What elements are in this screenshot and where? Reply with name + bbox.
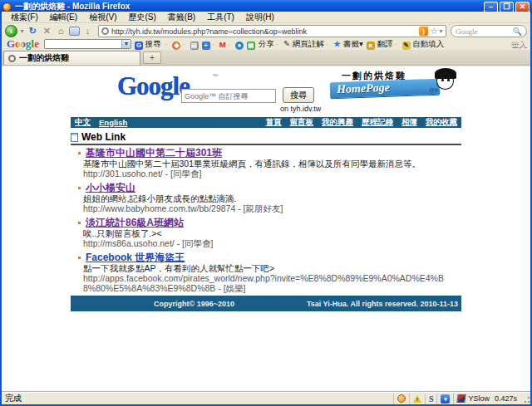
add-button-icon[interactable]: +· xyxy=(202,39,216,50)
maximize-button[interactable]: ❐ xyxy=(500,2,514,12)
toolbar-search-box[interactable]: Google 🔍 xyxy=(451,25,527,37)
site-favicon xyxy=(101,27,109,35)
reload-button[interactable]: ↻ xyxy=(27,25,39,37)
back-button[interactable]: ‹ xyxy=(5,25,17,37)
link-item: 小小楊安山 姐姐的網站,記錄小朋友成長的點點滴滴. http://www.bab… xyxy=(71,182,461,213)
warning-icon[interactable]: ! xyxy=(413,395,421,403)
new-tab-button[interactable]: + xyxy=(143,51,161,64)
search-button[interactable]: 搜尋 xyxy=(283,87,314,103)
nav-link-english[interactable]: English xyxy=(99,118,127,127)
autofill-button[interactable]: ✎ 自動填入 xyxy=(402,39,445,50)
smiley-addon-icon[interactable] xyxy=(397,394,406,403)
link-url: http://301.usoho.net/ - [同學會] xyxy=(83,169,449,179)
picasa-icon[interactable]: ▣ xyxy=(247,39,255,50)
minimize-button[interactable]: – xyxy=(484,2,498,12)
nav-link-interests[interactable]: 我的興趣 xyxy=(322,117,353,128)
page-load-time: 0.427s xyxy=(495,394,517,403)
search-site-note: on tyh.idv.tw xyxy=(280,105,321,113)
google-search-button[interactable]: G 搜尋 · xyxy=(135,39,169,50)
nav-link-collection[interactable]: 我的收藏 xyxy=(426,117,457,128)
close-button[interactable]: ✕ xyxy=(515,2,530,12)
url-input[interactable] xyxy=(111,27,417,36)
nav-link-guestbook[interactable]: 留言板 xyxy=(290,117,314,128)
tab-favicon xyxy=(8,55,16,62)
back-history-dropdown[interactable]: ▼ xyxy=(19,28,25,34)
feed-reader-icon[interactable] xyxy=(69,27,80,36)
bookmark-star-icon[interactable]: ☆ xyxy=(430,26,438,37)
link-url: http://www.babyhome.com.tw/bb/29874 - [親… xyxy=(83,203,449,213)
menu-item-view[interactable]: 檢視(V) xyxy=(83,12,122,23)
share-button[interactable]: 分享· xyxy=(259,39,280,50)
menu-item-bookmarks[interactable]: 書籤(B) xyxy=(162,12,201,23)
menu-item-file[interactable]: 檔案(F) xyxy=(5,12,44,23)
annotate-button[interactable]: ✎ 網頁註解· xyxy=(283,39,330,50)
banner-ribbon-text: HomePage xyxy=(330,79,441,97)
google-toolbar-search-input[interactable]: ▼ xyxy=(44,39,131,49)
url-bar[interactable]: ) ☆ ▼ xyxy=(98,25,446,37)
url-dropdown-icon[interactable]: ▼ xyxy=(438,28,444,34)
toolbar-search-placeholder: Google xyxy=(456,27,513,36)
link-desc: 基隆市中山國中第二十屆301畢業班級網頁，有通訊錄，相簿以及所有同學最新消息等。 xyxy=(83,159,461,169)
scrapbook-icon[interactable]: S xyxy=(429,394,434,404)
stop-button[interactable]: ✕ xyxy=(41,25,53,37)
chevron-down-icon[interactable]: ▼ xyxy=(121,40,131,48)
nav-link-chinese[interactable]: 中文 xyxy=(75,117,91,128)
link-desc: 點一下我就多點AP，有看到的人就幫忙點一下吧> xyxy=(83,263,461,273)
flashgot-icon[interactable]: ▾ xyxy=(441,394,450,404)
yslow-label[interactable]: YSlow xyxy=(468,394,490,403)
page-viewport: Google ™ 搜尋 on tyh.idv.tw 一劃的烘焙雞 HomePag… xyxy=(2,66,530,393)
rss-icon[interactable]: ) xyxy=(419,27,428,36)
tab-bar: 一劃的烘焙雞 + xyxy=(2,50,530,66)
google-g-icon: G xyxy=(135,42,143,50)
sites-icon[interactable]: ▤ xyxy=(190,39,199,50)
custom-search-input[interactable] xyxy=(181,89,276,103)
resize-grip[interactable] xyxy=(522,394,530,404)
status-bar: 完成 ! S ▾ YSlow 0.427s xyxy=(2,392,530,404)
mascot-face xyxy=(435,68,456,91)
link-title[interactable]: 基隆市中山國中第二十屆301班 xyxy=(86,147,222,159)
link-item: 淡江統計86級A班網站 唉..只剩留言板了.>< http://ms86a.us… xyxy=(71,217,461,248)
gmail-icon[interactable]: M· xyxy=(219,40,232,49)
bullet-icon xyxy=(78,187,81,189)
menu-item-tools[interactable]: 工具(T) xyxy=(201,12,240,23)
footer-copyright: Copyright© 1996~2010 xyxy=(154,300,234,308)
nav-link-history[interactable]: 歷程記錄 xyxy=(362,117,393,128)
tab-title: 一劃的烘焙雞 xyxy=(19,52,69,64)
menu-item-edit[interactable]: 編輯(E) xyxy=(44,12,83,23)
compass-icon[interactable]: ◈· xyxy=(172,39,186,50)
active-tab[interactable]: 一劃的烘焙雞 xyxy=(3,51,140,65)
weblink-list: 基隆市中山國中第二十屆301班 基隆市中山國中第二十屆301畢業班級網頁，有通訊… xyxy=(71,147,461,296)
link-title[interactable]: Facebook 世界海盜王 xyxy=(86,252,185,263)
firefox-icon xyxy=(2,2,12,12)
yslow-icon[interactable] xyxy=(457,394,466,403)
link-url: http://ms86a.usoho.net/ - [同學會] xyxy=(83,238,449,248)
section-title: Web Link xyxy=(81,131,126,143)
bullet-icon xyxy=(78,222,81,224)
homepage-banner: 一劃的烘焙雞 HomePage zyu xyxy=(330,70,461,103)
menu-item-help[interactable]: 說明(H) xyxy=(240,12,280,23)
section-divider xyxy=(71,144,461,145)
weblink-section-header: Web Link xyxy=(71,131,126,143)
translate-button[interactable]: a 翻譯· xyxy=(367,39,399,50)
navigation-toolbar: ‹ ▼ ↻ ✕ ⌂ ↓ ) ☆ ▼ Google 🔍 xyxy=(2,24,530,38)
link-desc: 唉..只剩留言板了.>< xyxy=(83,228,461,238)
home-button[interactable]: ⌂ xyxy=(55,25,67,37)
link-title[interactable]: 淡江統計86級A班網站 xyxy=(86,217,184,228)
menu-item-history[interactable]: 歷史(S) xyxy=(122,12,161,23)
search-magnifier-icon[interactable]: 🔍 xyxy=(513,27,522,36)
google-toolbar: Google ▼ G 搜尋 · ◈· ▤ +· M· ● ▣ 分享· ✎ 網頁註… xyxy=(2,38,530,50)
banner-ribbon: HomePage zyu xyxy=(330,79,441,99)
signin-button[interactable]: 登入 xyxy=(511,39,527,50)
nav-link-home[interactable]: 首頁 xyxy=(266,117,282,128)
earth-icon[interactable]: ● xyxy=(235,39,244,50)
nav-link-album[interactable]: 相簿 xyxy=(401,117,417,128)
link-item: 基隆市中山國中第二十屆301班 基隆市中山國中第二十屆301畢業班級網頁，有通訊… xyxy=(71,147,461,179)
bookmarks-button[interactable]: ★ 書籤▾ xyxy=(333,39,363,50)
footer-rights: Tsai Yi-Hua. All rights reserved. 2010-1… xyxy=(307,300,458,308)
google-logo: Google xyxy=(117,71,190,101)
bullet-icon xyxy=(78,152,81,154)
menubar: 檔案(F) 編輯(E) 檢視(V) 歷史(S) 書籤(B) 工具(T) 說明(H… xyxy=(2,12,530,23)
download-icon[interactable]: ↓ xyxy=(81,25,94,37)
link-title[interactable]: 小小楊安山 xyxy=(86,182,135,193)
link-item: Facebook 世界海盜王 點一下我就多點AP，有看到的人就幫忙點一下吧> h… xyxy=(71,252,461,293)
